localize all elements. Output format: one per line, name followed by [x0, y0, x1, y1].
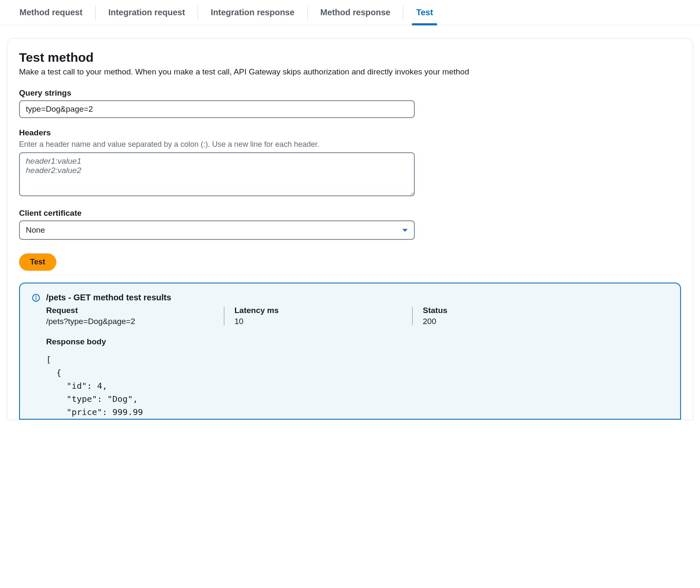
tab-integration-response[interactable]: Integration response — [198, 3, 307, 25]
query-strings-label: Query strings — [19, 88, 681, 98]
metric-separator — [412, 307, 413, 325]
metric-latency-label: Latency ms — [234, 306, 395, 315]
metric-status: Status 200 — [423, 306, 464, 326]
query-strings-group: Query strings — [19, 88, 681, 118]
metric-status-label: Status — [423, 306, 447, 315]
info-icon — [32, 294, 40, 419]
test-results-flash: /pets - GET method test results Request … — [19, 283, 681, 420]
results-metrics: Request /pets?type=Dog&page=2 Latency ms… — [46, 306, 668, 326]
tab-test[interactable]: Test — [403, 3, 446, 25]
headers-input[interactable] — [19, 152, 415, 196]
client-certificate-label: Client certificate — [19, 209, 681, 218]
headers-label: Headers — [19, 128, 681, 137]
test-method-panel: Test method Make a test call to your met… — [7, 38, 693, 420]
metric-latency: Latency ms 10 — [234, 306, 412, 326]
metric-separator — [224, 307, 224, 325]
metric-request-label: Request — [46, 306, 207, 315]
response-body-label: Response body — [46, 337, 668, 346]
metric-request: Request /pets?type=Dog&page=2 — [46, 306, 224, 326]
headers-hint: Enter a header name and value separated … — [19, 140, 681, 149]
tab-method-request[interactable]: Method request — [7, 3, 95, 25]
tab-integration-request[interactable]: Integration request — [96, 3, 198, 25]
query-strings-input[interactable] — [19, 100, 415, 118]
panel-subtitle: Make a test call to your method. When yo… — [19, 67, 681, 77]
panel-title: Test method — [19, 50, 681, 65]
metric-status-value: 200 — [423, 317, 447, 326]
svg-point-1 — [36, 296, 37, 297]
test-button[interactable]: Test — [19, 253, 56, 271]
response-body: [ { "id": 4, "type": "Dog", "price": 999… — [46, 353, 668, 419]
method-tabs: Method request Integration request Integ… — [0, 0, 700, 25]
metric-request-value: /pets?type=Dog&page=2 — [46, 317, 207, 326]
tab-method-response[interactable]: Method response — [308, 3, 403, 25]
headers-group: Headers Enter a header name and value se… — [19, 128, 681, 198]
metric-latency-value: 10 — [234, 317, 395, 326]
client-certificate-select[interactable]: None — [19, 220, 415, 240]
results-title: /pets - GET method test results — [46, 293, 668, 302]
client-certificate-group: Client certificate None — [19, 209, 681, 240]
svg-rect-2 — [36, 297, 36, 300]
